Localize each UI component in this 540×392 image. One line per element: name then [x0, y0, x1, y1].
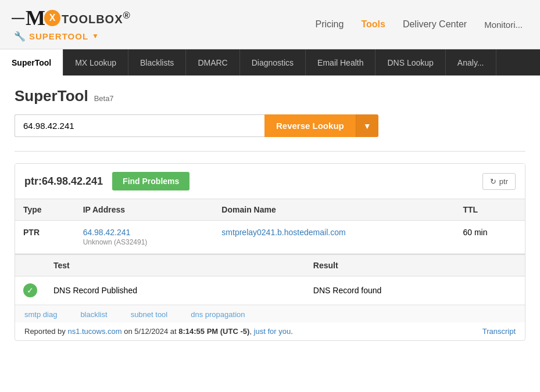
- main-content: SuperTool Beta7 Reverse Lookup ▼ ptr:64.…: [0, 75, 540, 353]
- footer-links: smtp diag blacklist subnet tool dns prop…: [15, 305, 525, 322]
- search-input[interactable]: [15, 114, 264, 137]
- tab-dns-lookup[interactable]: DNS Lookup: [376, 49, 445, 75]
- logo-x-circle: X: [44, 10, 60, 26]
- footer-server-link[interactable]: ns1.tucows.com: [67, 327, 121, 336]
- tab-email-health[interactable]: Email Health: [306, 49, 376, 75]
- cell-ttl: 60 min: [455, 221, 525, 254]
- footer-report-text: Reported by ns1.tucows.com on 5/12/2024 …: [24, 327, 293, 336]
- ptr-address: ptr:64.98.42.241: [24, 175, 103, 188]
- page-title-text: SuperTool: [15, 87, 88, 105]
- chevron-down-icon[interactable]: ▼: [92, 32, 99, 40]
- ip-link[interactable]: 64.98.42.241: [83, 228, 131, 237]
- nav-links: Pricing Tools Delivery Center Monitori..…: [315, 19, 528, 30]
- table-row: PTR 64.98.42.241 Unknown (AS32491) smtpr…: [15, 221, 525, 254]
- test-table: Test Result ✓ DNS Record Published DNS R…: [15, 254, 525, 305]
- domain-link[interactable]: smtprelay0241.b.hostedemail.com: [221, 228, 345, 237]
- footer-link-subnet-tool[interactable]: subnet tool: [131, 310, 168, 319]
- cell-domain: smtprelay0241.b.hostedemail.com: [213, 221, 455, 254]
- logo-dash: —: [12, 10, 24, 26]
- logo-area: — M X TOOLBOX® 🔧 SUPERTOOL ▼: [12, 8, 131, 42]
- nav-monitoring[interactable]: Monitori...: [484, 20, 523, 30]
- logo-toolbox: TOOLBOX®: [62, 10, 131, 26]
- find-problems-button[interactable]: Find Problems: [112, 172, 189, 190]
- search-row: Reverse Lookup ▼: [15, 114, 525, 137]
- tab-supertool[interactable]: SuperTool: [0, 49, 63, 75]
- supertool-icon: 🔧: [14, 31, 26, 42]
- col-result: Result: [305, 254, 525, 276]
- footer-transcript-link[interactable]: Transcript: [482, 327, 516, 336]
- supertool-text: SUPERTOOL: [29, 31, 88, 41]
- nav-pricing[interactable]: Pricing: [315, 19, 344, 30]
- footer-time: 8:14:55 PM (UTC -5): [178, 327, 249, 336]
- lookup-dropdown-arrow[interactable]: ▼: [356, 114, 378, 137]
- tab-bar: SuperTool MX Lookup Blacklists DMARC Dia…: [0, 49, 540, 75]
- section-divider: [15, 151, 525, 152]
- col-ttl: TTL: [455, 199, 525, 221]
- supertool-label[interactable]: 🔧 SUPERTOOL ▼: [12, 31, 99, 42]
- footer-link-blacklist[interactable]: blacklist: [80, 310, 107, 319]
- ptr-refresh-label: ptr: [499, 177, 508, 186]
- col-ip: IP Address: [75, 199, 214, 221]
- header: — M X TOOLBOX® 🔧 SUPERTOOL ▼ Pricing Too…: [0, 0, 540, 49]
- cell-type: PTR: [15, 221, 75, 254]
- ptr-header: ptr:64.98.42.241 Find Problems ↻ ptr: [15, 164, 525, 199]
- refresh-icon: ↻: [490, 177, 496, 186]
- footer-text: Reported by ns1.tucows.com on 5/12/2024 …: [15, 322, 525, 340]
- cell-check-icon: ✓: [15, 276, 45, 305]
- col-type: Type: [15, 199, 75, 221]
- nav-delivery-center[interactable]: Delivery Center: [403, 19, 467, 30]
- col-status-icon: [15, 254, 45, 276]
- tab-mx-lookup[interactable]: MX Lookup: [63, 49, 128, 75]
- success-icon: ✓: [23, 283, 37, 297]
- ptr-section: ptr:64.98.42.241 Find Problems ↻ ptr Typ…: [15, 163, 525, 341]
- nav-tools[interactable]: Tools: [361, 19, 385, 30]
- cell-ip: 64.98.42.241 Unknown (AS32491): [75, 221, 214, 254]
- beta-badge: Beta7: [94, 94, 114, 103]
- logo-m: M: [26, 8, 45, 28]
- page-title: SuperTool Beta7: [15, 87, 525, 105]
- tab-diagnostics[interactable]: Diagnostics: [240, 49, 306, 75]
- test-row: ✓ DNS Record Published DNS Record found: [15, 276, 525, 305]
- results-table: Type IP Address Domain Name TTL PTR 64.9…: [15, 199, 525, 254]
- col-test: Test: [45, 254, 305, 276]
- tab-analyze[interactable]: Analy...: [446, 49, 496, 75]
- reverse-lookup-button[interactable]: Reverse Lookup: [264, 114, 356, 137]
- footer-link-smtp-diag[interactable]: smtp diag: [24, 310, 57, 319]
- tab-blacklists[interactable]: Blacklists: [128, 49, 186, 75]
- cell-test-result: DNS Record found: [305, 276, 525, 305]
- ptr-refresh-button[interactable]: ↻ ptr: [482, 173, 516, 190]
- logo-image[interactable]: — M X TOOLBOX®: [12, 8, 131, 28]
- ip-asn: Unknown (AS32491): [83, 238, 206, 246]
- footer-just-for-you-link[interactable]: just for you: [254, 327, 291, 336]
- footer-link-dns-propagation[interactable]: dns propagation: [191, 310, 245, 319]
- col-domain: Domain Name: [213, 199, 455, 221]
- tab-dmarc[interactable]: DMARC: [186, 49, 239, 75]
- cell-test-name: DNS Record Published: [45, 276, 305, 305]
